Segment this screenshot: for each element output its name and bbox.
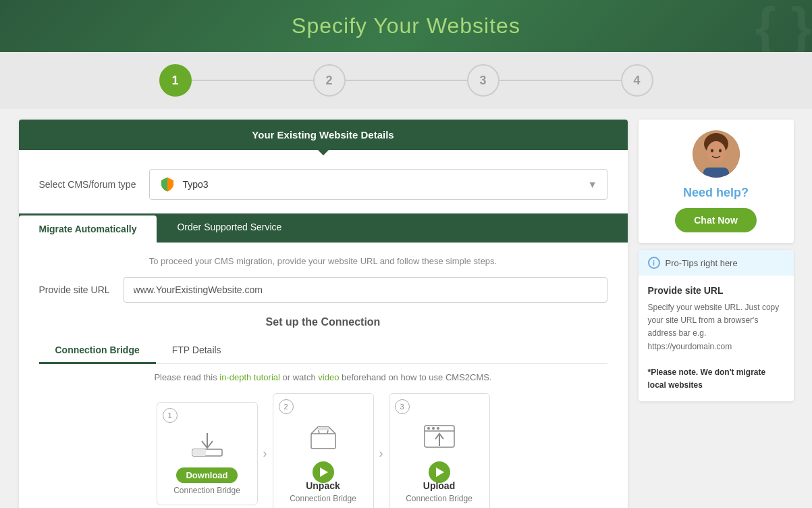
svg-rect-14 bbox=[703, 168, 729, 178]
panel-header-text: Your Existing Website Details bbox=[252, 129, 394, 141]
avatar-image bbox=[693, 130, 740, 178]
left-panel: Your Existing Website Details Select CMS… bbox=[19, 120, 628, 508]
tutorial-link[interactable]: in-depth tutorial bbox=[219, 372, 280, 382]
bridge-step-1-num: 1 bbox=[163, 408, 178, 423]
conn-tab-bridge[interactable]: Connection Bridge bbox=[39, 338, 156, 364]
help-box: Need help? Chat Now bbox=[639, 120, 794, 243]
arrow-1-2: › bbox=[258, 447, 273, 461]
svg-point-9 bbox=[437, 427, 439, 430]
cms-label: Select CMS/forum type bbox=[39, 179, 136, 190]
instruction-text: To proceed your CMS migration, provide y… bbox=[39, 256, 607, 266]
main-layout: Your Existing Website Details Select CMS… bbox=[8, 109, 805, 508]
pro-tips-header: i Pro-Tips right here bbox=[639, 250, 794, 276]
conn-tab-ftp[interactable]: FTP Details bbox=[156, 338, 238, 364]
pro-tips-header-text: Pro-Tips right here bbox=[666, 258, 738, 268]
step-connector-1-2 bbox=[192, 80, 313, 81]
video-link[interactable]: video bbox=[318, 372, 339, 382]
svg-point-13 bbox=[707, 141, 726, 163]
tab-migrate-automatically[interactable]: Migrate Automatically bbox=[19, 215, 157, 243]
bridge-step-upload: 3 bbox=[389, 393, 490, 508]
page-title: Specify Your Websites bbox=[13, 14, 799, 39]
svg-point-15 bbox=[711, 149, 713, 153]
bridge-step-3-num: 3 bbox=[395, 399, 410, 414]
unpack-icon bbox=[303, 420, 344, 453]
steps-bar: 1 2 3 4 bbox=[0, 52, 812, 109]
play-triangle-2-icon bbox=[436, 467, 444, 477]
tab-order-supported[interactable]: Order Supported Service bbox=[157, 213, 302, 243]
header: { } Specify Your Websites bbox=[0, 0, 812, 52]
unpack-play-btn[interactable] bbox=[313, 461, 334, 483]
pro-tips-box: i Pro-Tips right here Provide site URL S… bbox=[639, 250, 794, 401]
svg-rect-4 bbox=[318, 427, 329, 430]
step-2[interactable]: 2 bbox=[313, 64, 346, 97]
cms-select-row: Select CMS/forum type Typo3 ▼ Typo3 bbox=[19, 155, 628, 213]
cms-select-box[interactable]: Typo3 ▼ Typo3 bbox=[149, 169, 607, 200]
svg-rect-3 bbox=[311, 434, 335, 449]
pro-tips-content: Provide site URL Specify your website UR… bbox=[639, 276, 794, 401]
info-icon: i bbox=[648, 257, 660, 269]
svg-point-16 bbox=[719, 149, 722, 153]
svg-point-7 bbox=[427, 427, 430, 430]
pro-tips-body: Specify your website URL. Just copy your… bbox=[648, 301, 784, 392]
panel-header: Your Existing Website Details bbox=[19, 120, 628, 150]
upload-play-btn[interactable] bbox=[429, 461, 450, 483]
url-row: Provide site URL bbox=[39, 277, 607, 303]
bridge-instruction: Please read this in-depth tutorial or wa… bbox=[39, 372, 607, 382]
bridge-steps: 1 Download Connect bbox=[39, 393, 607, 508]
need-help-text: Need help? bbox=[683, 186, 749, 200]
step-4[interactable]: 4 bbox=[621, 64, 653, 97]
download-icon bbox=[187, 428, 227, 462]
step-1[interactable]: 1 bbox=[159, 64, 192, 97]
chat-now-button[interactable]: Chat Now bbox=[675, 208, 757, 232]
arrow-2-3: › bbox=[374, 447, 389, 461]
url-label: Provide site URL bbox=[39, 284, 110, 295]
svg-rect-1 bbox=[192, 449, 206, 456]
url-input[interactable] bbox=[124, 277, 607, 303]
bridge-step-3-sub: Connection Bridge bbox=[399, 494, 480, 503]
connection-title: Set up the Connection bbox=[39, 316, 607, 328]
bridge-step-2-num: 2 bbox=[279, 399, 294, 414]
bridge-step-unpack: 2 Unpack bbox=[273, 393, 374, 508]
avatar bbox=[693, 130, 740, 178]
svg-point-8 bbox=[432, 427, 435, 430]
step-connector-3-4 bbox=[499, 80, 621, 81]
step-connector-2-3 bbox=[346, 80, 467, 81]
right-panel: Need help? Chat Now i Pro-Tips right her… bbox=[639, 120, 794, 508]
step-3[interactable]: 3 bbox=[467, 64, 499, 97]
bridge-step-1-label[interactable]: Download bbox=[167, 467, 248, 486]
upload-icon bbox=[419, 420, 460, 453]
migration-tabs: Migrate Automatically Order Supported Se… bbox=[19, 213, 628, 243]
form-area: To proceed your CMS migration, provide y… bbox=[19, 243, 628, 508]
play-triangle-icon bbox=[320, 467, 328, 477]
bridge-step-2-sub: Connection Bridge bbox=[283, 494, 364, 503]
connection-tabs: Connection Bridge FTP Details bbox=[39, 338, 607, 364]
bridge-step-download: 1 Download Connect bbox=[157, 402, 258, 505]
bridge-step-1-sub: Connection Bridge bbox=[167, 486, 248, 495]
pro-tips-title: Provide site URL bbox=[648, 285, 784, 296]
